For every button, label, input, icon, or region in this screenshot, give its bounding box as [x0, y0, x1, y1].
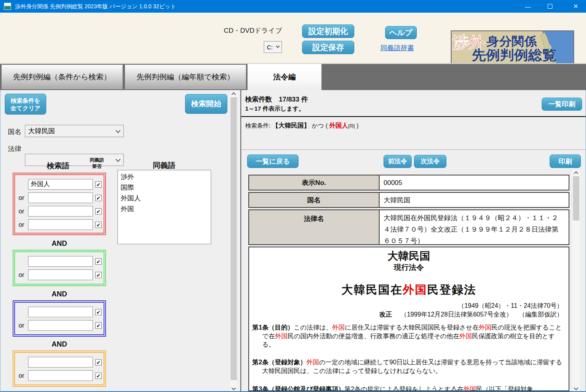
or-label: or: [19, 322, 28, 329]
back-to-list-label: 一覧に戻る: [256, 157, 290, 166]
app-icon: [4, 3, 11, 10]
print-list-label: 一覧印刷: [548, 100, 575, 109]
tab-statutes[interactable]: 法令編: [248, 64, 321, 90]
synonym-checkbox[interactable]: ✔: [95, 181, 102, 188]
drive-select-value: C:: [267, 44, 273, 51]
clear-conditions-label-1: 検索条件を: [11, 97, 40, 104]
or-label: or: [19, 271, 28, 279]
search-term-input-3-1[interactable]: [28, 307, 93, 317]
tab-label: 先例判例編（条件から検索）: [13, 72, 111, 82]
minimize-button[interactable]: —: [519, 0, 537, 13]
synonym-item[interactable]: 外国人: [118, 193, 211, 204]
search-term-input-1-1[interactable]: [28, 179, 93, 190]
doc-law-title: 大韓民国在外国民登録法: [249, 282, 569, 298]
maximize-button[interactable]: [541, 0, 559, 13]
synonym-flag-header-1: 同義語: [85, 157, 108, 163]
synonym-item[interactable]: 渉外: [118, 172, 211, 182]
print-label: 印刷: [559, 157, 572, 166]
term-row: or ✔: [15, 269, 104, 281]
tab-label: 先例判例編（編年順で検索）: [136, 72, 234, 82]
law-label: 法律: [8, 144, 21, 153]
synonym-checkbox[interactable]: ✔: [95, 222, 102, 228]
back-to-list-button[interactable]: 一覧に戻る: [247, 155, 299, 168]
article-highlight: 外国: [463, 386, 476, 391]
search-term-input-2-2[interactable]: [28, 270, 93, 280]
print-button[interactable]: 印刷: [550, 155, 581, 168]
amendment-text: （1999年12月28日法律第6057号全改） （編集部仮訳）: [401, 311, 563, 318]
search-term-input-4-2[interactable]: [28, 370, 93, 381]
search-term-input-3-2[interactable]: [28, 320, 93, 331]
synonym-checkbox[interactable]: ✔: [95, 322, 102, 329]
tab-label: 法令編: [273, 72, 296, 82]
print-list-button[interactable]: 一覧印刷: [542, 98, 582, 111]
synonym-checkbox[interactable]: ✔: [95, 195, 102, 201]
article-highlight: 外国: [275, 333, 287, 339]
tab-precedents-by-condition[interactable]: 先例判例編（条件から検索）: [2, 65, 123, 89]
term-row: or ✔: [15, 320, 104, 331]
article-highlight: 外国: [459, 333, 472, 339]
doc-subtitle: 現行法令: [249, 262, 569, 273]
synonym-checkbox[interactable]: ✔: [95, 208, 102, 215]
previous-law-button[interactable]: 前法令: [384, 155, 412, 168]
article-text: 第2条の規定による登録をしようとする在: [344, 386, 463, 391]
article-highlight: 外国: [479, 324, 491, 331]
row-value: 大韓民国在外国民登録法（１９４９（昭２４）・１１・２４法律７０号）全文改正（１９…: [380, 210, 569, 244]
help-button[interactable]: ヘルプ: [385, 26, 417, 39]
synonym-item[interactable]: 外国: [118, 204, 211, 214]
chevron-down-icon: [276, 44, 280, 48]
minimize-icon: —: [525, 3, 531, 10]
drive-select[interactable]: C:: [264, 41, 282, 53]
settings-save-button[interactable]: 設定保存: [302, 41, 354, 54]
search-term-input-1-3[interactable]: [28, 206, 93, 217]
article-1: 第1条（目的）この法律は、外国に居住又は滞留する大韓民国国民を登録させ在外国民の…: [252, 323, 566, 349]
search-term-input-1-2[interactable]: [28, 192, 93, 203]
help-label: ヘルプ: [389, 28, 412, 38]
result-display-range: 1～17 件表示します。: [245, 105, 304, 113]
synonym-checkbox[interactable]: ✔: [95, 359, 102, 366]
synonym-list-header: 同義語: [138, 160, 191, 171]
search-term-input-4-1[interactable]: [28, 357, 93, 368]
next-law-button[interactable]: 次法令: [414, 155, 446, 168]
scroll-up-icon[interactable]: [230, 90, 237, 97]
synonym-dictionary-link[interactable]: 同義語辞書: [380, 43, 414, 53]
term-row: ✔: [15, 306, 104, 318]
scrollbar-thumb[interactable]: [231, 97, 237, 380]
search-term-header: 検索語: [25, 161, 92, 171]
search-group-2: ✔ or ✔: [13, 250, 106, 286]
search-term-input-2-1[interactable]: [28, 256, 93, 267]
synonym-checkbox[interactable]: ✔: [95, 258, 102, 265]
synonym-listbox[interactable]: 渉外 国際 外国人 外国: [117, 170, 211, 244]
tab-precedents-by-year[interactable]: 先例判例編（編年順で検索）: [125, 65, 246, 89]
and-label: AND: [13, 340, 106, 349]
search-condition-line: 検索条件: 【大韓民国】 かつ ( 外国人[同] ): [245, 122, 359, 130]
country-select[interactable]: 大韓民国: [25, 125, 124, 137]
window-title: 渉外身分関係 先例判例総覧 2023年版 バージョン 1.0.0 32ビット: [15, 0, 176, 13]
title-bar: 渉外身分関係 先例判例総覧 2023年版 バージョン 1.0.0 32ビット —…: [0, 0, 586, 13]
term-row: or ✔: [15, 192, 104, 204]
clear-conditions-button[interactable]: 検索条件を 全てクリア: [5, 94, 46, 115]
app-window: 渉外身分関係 先例判例総覧 2023年版 バージョン 1.0.0 32ビット —…: [0, 0, 586, 392]
row-label: 国名: [249, 193, 380, 207]
settings-init-button[interactable]: 設定初期化: [302, 24, 354, 38]
synonym-item[interactable]: 国際: [118, 182, 211, 193]
scroll-up-icon[interactable]: [573, 169, 580, 176]
article-3: 第3条（登録公館及び登録事項）第2条の規定による登録をしようとする在外国民（以下…: [252, 385, 566, 391]
maximize-icon: [548, 4, 552, 9]
close-button[interactable]: ✕: [565, 0, 586, 13]
article-heading: 第1条（目的）: [252, 324, 294, 331]
synonym-checkbox[interactable]: ✔: [95, 373, 102, 379]
law-document-view: 大韓民国 現行法令 大韓民国在外国民登録法 （1949（昭24）・11・24法律…: [248, 247, 569, 391]
synonym-checkbox[interactable]: ✔: [95, 272, 102, 278]
left-panel-scrollbar[interactable]: [230, 90, 237, 392]
term-row: or ✔: [15, 205, 104, 217]
synonym-checkbox[interactable]: ✔: [95, 309, 102, 315]
and-label: AND: [13, 290, 106, 298]
search-start-button[interactable]: 検索開始: [185, 94, 227, 114]
scrollbar-thumb[interactable]: [573, 176, 579, 220]
or-label: or: [19, 221, 28, 228]
term-row: or ✔: [15, 370, 104, 381]
row-value: 大韓民国: [380, 193, 569, 207]
document-scrollbar[interactable]: [573, 169, 580, 392]
logo-text-line2: 先例判例総覧: [471, 47, 556, 62]
search-term-input-1-4[interactable]: [28, 219, 93, 230]
